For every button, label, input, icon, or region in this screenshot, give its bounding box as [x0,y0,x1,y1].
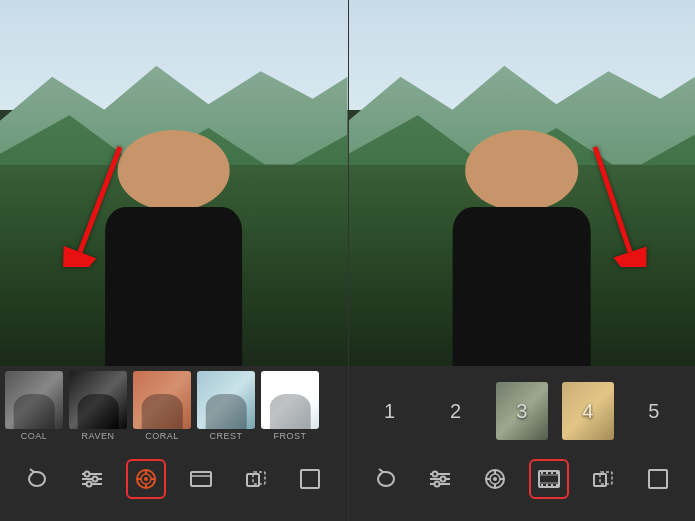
svg-point-6 [92,476,97,481]
filter-3-label: 3 [516,400,527,423]
filter-5[interactable]: 5 [626,382,681,440]
filter-1[interactable]: 1 [362,382,417,440]
filter-crest-label: CREST [209,431,242,441]
red-arrow-right [575,137,655,271]
left-filter-strip: COAL RAVEN CORAL CREST [0,366,348,451]
filter-raven[interactable]: RAVEN [68,371,128,451]
svg-rect-38 [541,471,543,474]
filter-coal-person [14,394,55,429]
filter-frost-label: FROST [274,431,307,441]
right-transform-button[interactable] [583,459,623,499]
filter-frost-person [270,394,311,429]
svg-rect-48 [649,470,667,488]
filter-coal-thumb [5,371,63,429]
filter-3[interactable]: 3 [494,382,549,440]
filter-5-label: 5 [648,400,659,423]
filter-crest-thumb [197,371,255,429]
left-filters-button[interactable] [126,459,166,499]
filter-frost-thumb [261,371,319,429]
svg-rect-15 [191,472,211,486]
svg-rect-19 [301,470,319,488]
filter-4-thumb: 4 [562,382,614,440]
right-panel: 1 2 3 4 [348,0,696,521]
svg-rect-44 [551,484,553,487]
filter-3-thumb: 3 [496,382,548,440]
person-torso-right [453,207,590,366]
filter-4[interactable]: 4 [560,382,615,440]
filter-frost[interactable]: FROST [260,371,320,451]
svg-rect-43 [546,484,548,487]
filter-2[interactable]: 2 [428,382,483,440]
filter-raven-label: RAVEN [82,431,115,441]
left-crop-button[interactable] [290,459,330,499]
svg-point-10 [144,477,148,481]
left-undo-button[interactable] [17,459,57,499]
svg-rect-42 [541,484,543,487]
filter-4-label: 4 [582,400,593,423]
filter-coral-person [142,394,183,429]
filter-1-thumb: 1 [364,382,416,440]
right-crop-button[interactable] [638,459,678,499]
svg-rect-37 [539,482,559,484]
filter-coral-thumb [133,371,191,429]
svg-point-25 [433,471,438,476]
right-film-button[interactable] [529,459,569,499]
svg-point-5 [84,471,89,476]
right-photo-area [349,0,696,366]
left-transform-button[interactable] [236,459,276,499]
left-adjustments-button[interactable] [72,459,112,499]
filter-2-label: 2 [450,400,461,423]
filter-coal-label: COAL [21,431,48,441]
svg-point-30 [493,477,497,481]
filter-raven-person [78,394,119,429]
svg-point-26 [441,476,446,481]
right-color-button[interactable] [475,459,515,499]
filter-crest[interactable]: CREST [196,371,256,451]
right-toolbar-row [349,451,696,506]
svg-rect-39 [546,471,548,474]
right-adjustments-button[interactable] [420,459,460,499]
svg-rect-45 [556,484,558,487]
svg-rect-36 [539,474,559,476]
filter-coral[interactable]: CORAL [132,371,192,451]
filter-5-thumb: 5 [628,382,680,440]
left-photo [0,0,348,366]
svg-point-7 [86,481,91,486]
svg-rect-41 [556,471,558,474]
svg-line-1 [80,147,120,252]
filter-crest-person [206,394,247,429]
svg-line-21 [595,147,630,252]
left-bottom-bar: COAL RAVEN CORAL CREST [0,366,348,521]
right-undo-button[interactable] [366,459,406,499]
svg-point-27 [435,481,440,486]
left-frames-button[interactable] [181,459,221,499]
right-filter-strip: 1 2 3 4 [349,366,696,451]
filter-coral-label: CORAL [145,431,179,441]
filter-raven-thumb [69,371,127,429]
left-panel: COAL RAVEN CORAL CREST [0,0,348,521]
right-bottom-bar: 1 2 3 4 [349,366,696,521]
svg-rect-40 [551,471,553,474]
left-photo-area [0,0,348,366]
filter-1-label: 1 [384,400,395,423]
person-head-right [466,130,578,211]
left-toolbar-row [0,451,348,506]
filter-coal[interactable]: COAL [4,371,64,451]
red-arrow-left [60,137,140,271]
filter-2-thumb: 2 [430,382,482,440]
